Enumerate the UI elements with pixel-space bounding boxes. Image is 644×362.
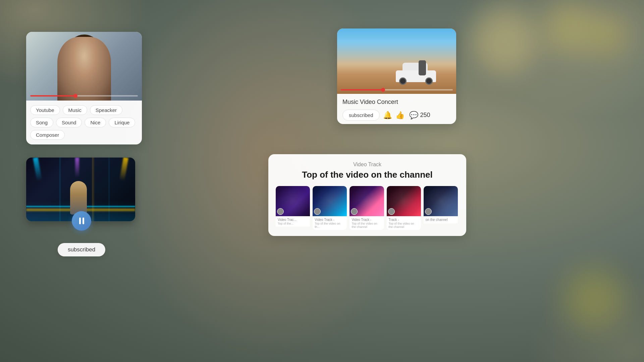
progress-fill-top-right xyxy=(340,89,383,90)
tag-song[interactable]: Song xyxy=(30,118,53,127)
video-thumbnail-top-left[interactable] xyxy=(26,32,142,101)
tag-speacker[interactable]: Speacker xyxy=(90,105,122,115)
person-body xyxy=(57,37,111,101)
vt-info-2: Video Track - Top of the video on th... xyxy=(313,216,347,230)
progress-dot xyxy=(73,94,77,98)
vt-thumb-5 xyxy=(424,186,458,216)
video-track-title: Top of the video on the channel xyxy=(276,170,459,180)
video-thumbnail-top-right[interactable] xyxy=(337,28,456,94)
vt-item-1[interactable]: Video Trac... Top of the... xyxy=(276,186,310,230)
comment-wrap: 💬 250 xyxy=(409,111,430,120)
card-title: Music Video Concert xyxy=(342,99,451,106)
vt-item-3[interactable]: Video Track - Top of the video on the ch… xyxy=(350,186,384,230)
comment-count: 250 xyxy=(420,112,430,119)
vt-item-5[interactable]: on the channel xyxy=(424,186,458,230)
pause-bar-left xyxy=(79,218,81,224)
card-top-left: Youtube Music Speacker Song Sound Nice L… xyxy=(26,32,142,144)
vt-label-5: on the channel xyxy=(426,218,456,222)
bell-icon[interactable]: 🔔 xyxy=(383,111,392,120)
vt-avatar-1 xyxy=(277,208,284,215)
performer-silhouette xyxy=(70,181,87,215)
ui-layer: Youtube Music Speacker Song Sound Nice L… xyxy=(0,0,644,362)
card-top-right-info: Music Video Concert subscribed 🔔 👍 💬 250 xyxy=(337,94,456,124)
vt-info-3: Video Track - Top of the video on the ch… xyxy=(350,216,384,230)
tag-nice[interactable]: Nice xyxy=(85,118,106,127)
like-icon[interactable]: 👍 xyxy=(395,111,405,120)
progress-bar-container xyxy=(30,95,138,97)
tag-sound[interactable]: Sound xyxy=(56,118,82,127)
vt-subtitle-4: Top of the video on the channel xyxy=(389,222,419,229)
vt-thumb-3 xyxy=(350,186,384,216)
vt-thumb-4 xyxy=(387,186,421,216)
car-body xyxy=(396,70,436,82)
vt-thumb-2 xyxy=(313,186,347,216)
tag-lirique[interactable]: Lirique xyxy=(109,118,135,127)
card-actions: subscribed 🔔 👍 💬 250 xyxy=(342,110,451,121)
pause-bar-right xyxy=(83,218,84,224)
car-wheel-left xyxy=(399,77,407,85)
video-thumbnails-row: Video Trac... Top of the... Video Track … xyxy=(276,186,459,230)
vt-info-5: on the channel xyxy=(424,216,458,223)
card-bottom-left: subscribed xyxy=(26,158,137,221)
tag-youtube[interactable]: Youtube xyxy=(30,105,60,115)
video-track-label: Video Track xyxy=(276,162,459,168)
progress-bar-fill xyxy=(30,95,75,97)
vt-subtitle-1: Top of the... xyxy=(278,222,308,225)
pause-icon xyxy=(79,218,84,224)
subscribed-button[interactable]: subscribed xyxy=(342,110,380,121)
vt-subtitle-2: Top of the video on th... xyxy=(315,222,345,229)
person-on-car xyxy=(419,60,426,75)
vt-avatar-5 xyxy=(425,208,432,215)
subscribed-badge-bottom[interactable]: subscribed xyxy=(58,243,105,256)
desert-scene xyxy=(337,28,456,94)
card-bottom-right: Video Track Top of the video on the chan… xyxy=(268,154,466,236)
car-shape xyxy=(396,64,436,82)
vt-label-3: Video Track - xyxy=(352,218,382,222)
car-wheel-right xyxy=(425,77,433,85)
vt-info-1: Video Trac... Top of the... xyxy=(276,216,310,227)
pause-button[interactable] xyxy=(72,211,91,231)
progress-bar-top-right xyxy=(340,89,453,90)
comment-bubble-icon[interactable]: 💬 xyxy=(409,111,418,120)
vt-label-1: Video Trac... xyxy=(278,218,308,222)
vt-thumb-1 xyxy=(276,186,310,216)
concert-light-mid xyxy=(75,158,79,178)
vt-item-4[interactable]: Track - Top of the video on the channel xyxy=(387,186,421,230)
card-top-right: Music Video Concert subscribed 🔔 👍 💬 250 xyxy=(337,28,456,124)
vt-item-2[interactable]: Video Track - Top of the video on th... xyxy=(313,186,347,230)
vt-info-4: Track - Top of the video on the channel xyxy=(387,216,421,230)
tags-area: Youtube Music Speacker Song Sound Nice L… xyxy=(26,101,142,144)
tag-music[interactable]: Music xyxy=(63,105,87,115)
vt-avatar-4 xyxy=(388,208,395,215)
vt-label-4: Track - xyxy=(389,218,419,222)
tag-composer[interactable]: Composer xyxy=(30,130,65,140)
vt-label-2: Video Track - xyxy=(315,218,345,222)
vt-subtitle-3: Top of the video on the channel xyxy=(352,222,382,229)
